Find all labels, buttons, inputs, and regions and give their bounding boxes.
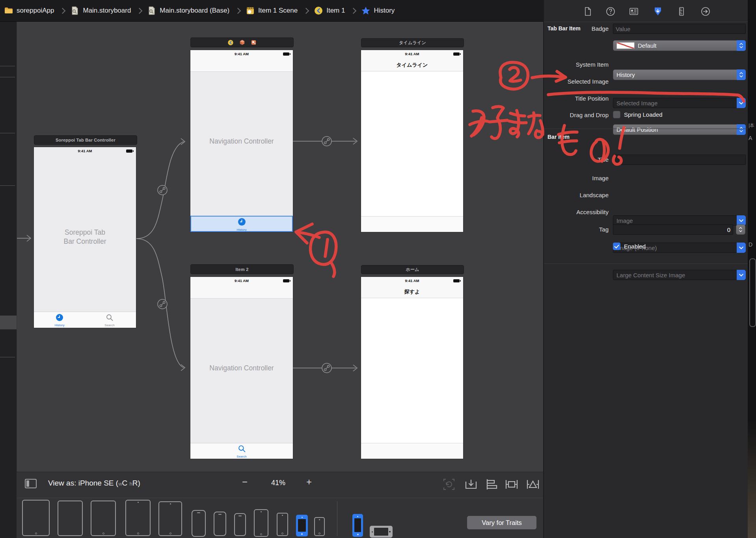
breadcrumb-item-scene[interactable]: Item 1 Scene	[246, 6, 298, 15]
update-frames-icon[interactable]	[442, 478, 456, 491]
quick-help-icon[interactable]	[605, 6, 616, 17]
orientation-landscape-icon[interactable]	[370, 526, 393, 538]
strip-tick	[0, 357, 15, 357]
vary-for-traits-button[interactable]: Vary for Traits	[467, 516, 536, 529]
file-inspector-icon[interactable]	[583, 6, 593, 17]
popup-stepper-icon	[737, 69, 746, 80]
scene-tab-bar-controller[interactable]: 9:41 AM Soreppoi Tab Bar Controller Hist…	[34, 147, 136, 328]
scene-titlebar-nav-controller-2[interactable]: Item 2	[190, 264, 294, 274]
system-item-popup[interactable]: History	[613, 69, 746, 80]
badge-style-popup[interactable]: Default	[613, 40, 746, 51]
breadcrumb-separator-icon	[235, 7, 241, 14]
scene-titlebar-timeline[interactable]: タイムライン	[361, 38, 464, 47]
breadcrumb-item-storyboard[interactable]: Main.storyboard	[70, 6, 131, 15]
scene-timeline[interactable]: 9:41 AM タイムライン	[361, 50, 463, 232]
device-ipad-icon[interactable]	[22, 500, 50, 536]
history-star-icon	[361, 6, 371, 15]
xcode-interface-builder: soreppoiApp Main.storyboard Main.storybo…	[0, 0, 756, 538]
annotation-handwriting	[510, 110, 519, 137]
orientation-portrait-icon[interactable]	[352, 514, 363, 537]
strip-tick	[0, 185, 15, 186]
zoom-level[interactable]: 41%	[271, 479, 285, 487]
tab-bar-selected[interactable]: History	[190, 216, 293, 232]
device-iphone-x-icon[interactable]	[234, 513, 246, 536]
accessibility-combo[interactable]: Large Content Size Image	[613, 270, 746, 280]
section-title-bar-item: Bar Item	[547, 134, 570, 140]
image-placeholder: Image	[616, 217, 633, 224]
no-color-swatch-icon	[616, 42, 635, 49]
annotation-handwriting	[529, 116, 540, 117]
resolve-autolayout-icon[interactable]	[526, 478, 540, 491]
tab-item-history-selected[interactable]: History	[226, 218, 257, 232]
device-iphone-x-icon[interactable]	[192, 510, 206, 537]
scene-titlebar-tab-bar-controller[interactable]: Soreppoi Tab Bar Controller	[34, 135, 137, 145]
status-bar: 9:41 AM	[361, 278, 463, 284]
breadcrumb-item-storyboard-base[interactable]: Main.storyboard (Base)	[147, 6, 229, 15]
device-iphone-icon[interactable]	[277, 513, 288, 536]
tab-item-history[interactable]: History	[44, 314, 75, 327]
system-item-label: System Item	[544, 59, 609, 70]
segue-arrowhead-icon	[181, 138, 185, 145]
tag-stepper[interactable]	[736, 224, 745, 235]
spring-loaded-checkbox[interactable]	[613, 111, 620, 118]
tag-field[interactable]: 0	[613, 224, 733, 235]
tab-item-search[interactable]: Search	[226, 445, 257, 458]
scene-nav-controller-1[interactable]: 9:41 AM Navigation Controller History	[190, 50, 293, 232]
breadcrumb-label: Main.storyboard	[83, 7, 131, 15]
breadcrumb-label: Item 1 Scene	[258, 7, 298, 15]
scene-titlebar-home[interactable]: ホーム	[361, 265, 464, 274]
align-icon[interactable]	[485, 478, 498, 491]
tag-value: 0	[727, 226, 730, 233]
title-position-popup[interactable]: Default Position	[613, 124, 746, 135]
attributes-inspector-icon[interactable]	[653, 6, 663, 17]
device-iphone-plus-icon[interactable]	[254, 509, 268, 537]
device-ipad-icon[interactable]	[58, 501, 83, 536]
controller-body: Navigation Controller	[190, 299, 293, 443]
strip-tick	[0, 66, 15, 66]
document-outline-strip[interactable]	[0, 22, 17, 538]
scene-titlebar-nav-controller-1[interactable]	[190, 37, 294, 47]
section-divider	[544, 263, 749, 264]
device-iphone-4s-icon[interactable]	[314, 517, 325, 536]
breadcrumb-item-project[interactable]: soreppoiApp	[4, 6, 54, 15]
view-as-label[interactable]: View as: iPhone SE (wC hR)	[48, 479, 140, 488]
breadcrumb-item-history[interactable]: History	[361, 6, 395, 15]
device-ipad-icon[interactable]	[125, 500, 151, 536]
add-constraints-icon[interactable]	[505, 478, 519, 491]
annotation-circled-1	[311, 232, 336, 264]
device-ipad-icon[interactable]	[91, 501, 116, 536]
identity-inspector-icon[interactable]	[629, 6, 639, 17]
device-iphone-x-icon[interactable]	[214, 512, 226, 536]
tab-label: History	[226, 228, 257, 232]
battery-icon	[126, 149, 132, 153]
tab-bar[interactable]: Search	[190, 443, 293, 459]
trait-w-key: w	[118, 481, 122, 487]
annotation-handwriting	[540, 121, 543, 134]
device-iphone-se-selected-icon[interactable]	[296, 515, 308, 536]
trait-h-value: R	[132, 479, 138, 487]
annotation-handwriting	[490, 120, 507, 122]
annotation-circled-1-glyph	[325, 239, 328, 256]
breadcrumb-item-tab-bar-item[interactable]: Item 1	[314, 6, 345, 15]
enabled-checkbox[interactable]	[613, 243, 620, 250]
drag-and-drop-label: Drag and Drop	[544, 111, 609, 119]
device-ipad-icon[interactable]	[158, 501, 182, 536]
zoom-out-button[interactable]: −	[242, 476, 248, 488]
selected-image-combo[interactable]: Selected Image	[613, 98, 746, 108]
tab-bar[interactable]: History Search	[34, 312, 136, 328]
popup-stepper-icon	[737, 124, 746, 135]
zoom-in-button[interactable]: +	[306, 476, 312, 488]
edge-text: |本	[749, 122, 754, 129]
scene-nav-controller-2[interactable]: 9:41 AM Navigation Controller Search	[190, 277, 293, 459]
document-outline-toggle-icon[interactable]	[24, 478, 37, 489]
selected-image-label: Selected Image	[544, 77, 609, 87]
size-inspector-icon[interactable]	[676, 6, 687, 17]
tab-item-search[interactable]: Search	[94, 314, 125, 327]
badge-style-value: Default	[638, 42, 657, 49]
folder-icon	[4, 6, 13, 15]
connections-inspector-icon[interactable]	[700, 6, 711, 17]
badge-value-field[interactable]: Value	[613, 24, 746, 34]
embed-in-stack-icon[interactable]	[464, 478, 478, 491]
scene-home[interactable]: 9:41 AM 探すよ	[361, 277, 463, 459]
title-field[interactable]	[613, 155, 746, 165]
